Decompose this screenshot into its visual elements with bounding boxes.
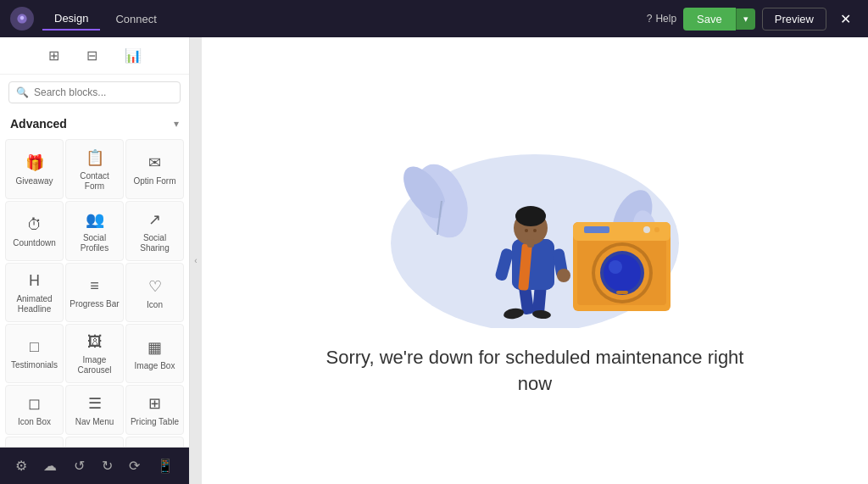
contact-form-icon: 📋 bbox=[86, 148, 104, 167]
block-item-nav-menu[interactable]: ☰Nav Menu bbox=[65, 385, 124, 435]
pricing-table-label: Pricing Table bbox=[131, 417, 179, 427]
block-item-animated-headline[interactable]: HAnimated Headline bbox=[5, 263, 64, 322]
contact-form-label: Contact Form bbox=[70, 171, 120, 192]
close-button[interactable]: ✕ bbox=[833, 8, 858, 31]
block-item-anchor[interactable]: ⚓Anchor bbox=[5, 437, 64, 447]
icon-label: Icon bbox=[147, 300, 163, 310]
block-item-countdown[interactable]: ⏱Countdown bbox=[5, 201, 64, 261]
chart-icon[interactable]: 📊 bbox=[121, 44, 145, 67]
social-sharing-label: Social Sharing bbox=[130, 233, 180, 253]
canvas: Sorry, we're down for scheduled maintena… bbox=[202, 37, 868, 484]
svg-point-32 bbox=[525, 229, 528, 232]
image-box-icon: ▦ bbox=[147, 338, 162, 357]
settings-icon[interactable]: ⚙ bbox=[12, 454, 31, 477]
undo-icon[interactable]: ↺ bbox=[70, 454, 88, 477]
advanced-section-title: Advanced bbox=[10, 117, 67, 131]
nav-right-actions: ? Help Save ▾ Preview ✕ bbox=[647, 8, 858, 31]
save-button-group: Save ▾ bbox=[683, 8, 755, 31]
progress-bar-label: Progress Bar bbox=[70, 299, 119, 309]
block-item-optin-form[interactable]: ✉Optin Form bbox=[125, 139, 184, 199]
nav-tabs: Design Connect bbox=[42, 8, 647, 31]
block-item-image-carousel[interactable]: 🖼Image Carousel bbox=[65, 324, 124, 383]
icon-icon: ♡ bbox=[148, 277, 162, 296]
section-chevron-icon[interactable]: ▾ bbox=[174, 118, 179, 130]
image-carousel-label: Image Carousel bbox=[70, 355, 120, 376]
nav-menu-icon: ☰ bbox=[88, 394, 102, 413]
block-item-image-box[interactable]: ▦Image Box bbox=[125, 324, 184, 383]
block-item-icon[interactable]: ♡Icon bbox=[125, 263, 184, 322]
cloud-icon[interactable]: ☁ bbox=[40, 454, 60, 477]
svg-point-12 bbox=[643, 226, 650, 233]
countdown-icon: ⏱ bbox=[27, 216, 42, 234]
block-item-star-rating[interactable]: ☆Star Rating bbox=[65, 437, 124, 447]
block-item-progress-bar[interactable]: ≡Progress Bar bbox=[65, 263, 124, 322]
progress-bar-icon: ≡ bbox=[90, 277, 99, 295]
nav-menu-label: Nav Menu bbox=[75, 417, 114, 427]
sidebar-bottom-toolbar: ⚙ ☁ ↺ ↻ ⟳ 📱 bbox=[0, 447, 189, 484]
main-area: ⊞ ⊟ 📊 🔍 Advanced ▾ 🎁Giveaway📋Contact For… bbox=[0, 37, 868, 484]
social-sharing-icon: ↗ bbox=[148, 210, 161, 229]
help-icon: ? bbox=[647, 13, 653, 25]
search-icon: 🔍 bbox=[16, 86, 29, 98]
svg-point-31 bbox=[515, 206, 546, 226]
svg-point-33 bbox=[533, 229, 537, 232]
svg-point-18 bbox=[609, 260, 622, 274]
sidebar-collapse-handle[interactable]: ‹ bbox=[190, 37, 202, 484]
countdown-label: Countdown bbox=[13, 238, 56, 248]
image-box-label: Image Box bbox=[135, 361, 175, 371]
save-button[interactable]: Save bbox=[683, 8, 736, 31]
logo bbox=[10, 7, 34, 31]
block-item-something[interactable]: ▬... bbox=[125, 437, 184, 447]
redo-icon[interactable]: ↻ bbox=[98, 454, 116, 477]
block-item-contact-form[interactable]: 📋Contact Form bbox=[65, 139, 124, 199]
svg-rect-11 bbox=[584, 226, 609, 233]
icon-box-label: Icon Box bbox=[18, 417, 51, 427]
top-navigation: Design Connect ? Help Save ▾ Preview ✕ bbox=[0, 0, 868, 37]
advanced-section-header: Advanced ▾ bbox=[0, 110, 189, 136]
search-input[interactable] bbox=[34, 86, 173, 98]
block-item-testimonials[interactable]: □Testimonials bbox=[5, 324, 64, 383]
blocks-tab-icon[interactable]: ⊞ bbox=[45, 44, 63, 67]
block-item-icon-box[interactable]: ◻Icon Box bbox=[5, 385, 64, 435]
animated-headline-label: Animated Headline bbox=[9, 294, 59, 314]
block-item-giveaway[interactable]: 🎁Giveaway bbox=[5, 139, 64, 199]
sidebar-top-icons: ⊞ ⊟ 📊 bbox=[0, 37, 189, 75]
maintenance-message: Sorry, we're down for scheduled maintena… bbox=[323, 345, 747, 398]
svg-point-17 bbox=[604, 254, 641, 292]
refresh-icon[interactable]: ⟳ bbox=[125, 454, 143, 477]
giveaway-icon: 🎁 bbox=[25, 153, 44, 172]
tab-connect[interactable]: Connect bbox=[103, 8, 168, 31]
svg-point-29 bbox=[557, 269, 570, 282]
block-item-social-sharing[interactable]: ↗Social Sharing bbox=[125, 201, 184, 261]
icon-box-icon: ◻ bbox=[28, 394, 41, 413]
maintenance-content: Sorry, we're down for scheduled maintena… bbox=[323, 125, 747, 398]
sidebar: ⊞ ⊟ 📊 🔍 Advanced ▾ 🎁Giveaway📋Contact For… bbox=[0, 37, 190, 484]
pricing-table-icon: ⊞ bbox=[148, 394, 161, 413]
testimonials-icon: □ bbox=[30, 338, 39, 356]
search-bar: 🔍 bbox=[8, 81, 181, 103]
save-dropdown-button[interactable]: ▾ bbox=[736, 8, 755, 30]
maintenance-illustration bbox=[374, 125, 696, 328]
svg-rect-34 bbox=[527, 239, 534, 248]
social-profiles-label: Social Profiles bbox=[70, 233, 120, 253]
help-label: Help bbox=[655, 13, 676, 25]
testimonials-label: Testimonials bbox=[11, 360, 58, 370]
optin-form-label: Optin Form bbox=[133, 176, 175, 186]
grid-icon[interactable]: ⊟ bbox=[83, 44, 101, 67]
image-carousel-icon: 🖼 bbox=[87, 333, 103, 351]
svg-point-13 bbox=[654, 227, 659, 232]
tab-design[interactable]: Design bbox=[42, 8, 100, 31]
social-profiles-icon: 👥 bbox=[86, 210, 104, 229]
blocks-grid: 🎁Giveaway📋Contact Form✉Optin Form⏱Countd… bbox=[0, 136, 189, 447]
preview-button[interactable]: Preview bbox=[762, 8, 826, 31]
animated-headline-icon: H bbox=[29, 272, 40, 290]
block-item-social-profiles[interactable]: 👥Social Profiles bbox=[65, 201, 124, 261]
mobile-icon[interactable]: 📱 bbox=[153, 454, 177, 477]
help-button[interactable]: ? Help bbox=[647, 13, 676, 25]
svg-rect-19 bbox=[616, 291, 628, 294]
giveaway-label: Giveaway bbox=[16, 176, 53, 186]
block-item-pricing-table[interactable]: ⊞Pricing Table bbox=[125, 385, 184, 435]
optin-form-icon: ✉ bbox=[148, 153, 161, 172]
